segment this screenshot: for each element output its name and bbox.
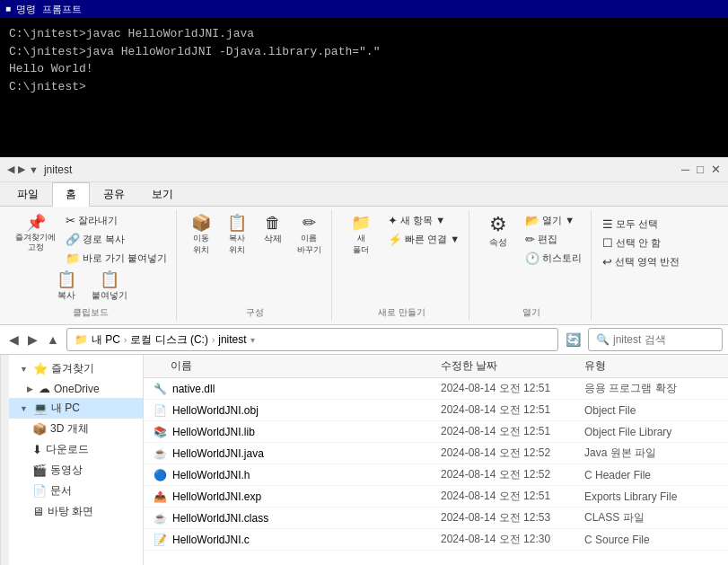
refresh-btn[interactable]: 🔄 <box>562 331 584 349</box>
breadcrumb-part1[interactable]: 내 PC <box>92 332 120 348</box>
file-date: 2024-08-14 오전 12:51 <box>441 489 584 504</box>
col-header-type[interactable]: 유형 <box>584 358 728 374</box>
new-item-btn[interactable]: ✦ 새 항목 ▼ <box>384 212 463 229</box>
paste-btn[interactable]: 📋 붙여넣기 <box>87 269 132 305</box>
close-btn[interactable]: ✕ <box>711 163 721 176</box>
file-date: 2024-08-14 오전 12:51 <box>441 402 584 418</box>
clipboard-buttons: 📌 즐겨찾기에고정 ✂ 잘라내기 🔗 경로 복사 📁 <box>11 212 171 267</box>
edit-btn[interactable]: ✏ 편집 <box>522 231 585 248</box>
breadcrumb-part3[interactable]: jnitest <box>218 333 246 346</box>
cut-btn[interactable]: ✂ 잘라내기 <box>62 212 171 229</box>
minimize-btn[interactable]: ─ <box>681 163 689 176</box>
tab-view[interactable]: 보기 <box>138 182 187 207</box>
sidebar-item-docs[interactable]: 📄 문서 <box>9 481 143 501</box>
file-name: 📄 HelloWorldJNI.obj <box>144 403 441 418</box>
search-icon: 🔍 <box>596 333 610 346</box>
table-row[interactable]: 📄 HelloWorldJNI.obj 2024-08-14 오전 12:51 … <box>144 400 728 421</box>
sidebar-item-videos[interactable]: 🎬 동영상 <box>9 460 143 481</box>
open-btn[interactable]: 📂 열기 ▼ <box>522 212 585 229</box>
properties-btn[interactable]: ⚙ 속성 <box>477 212 520 252</box>
new-item-icon: ✦ <box>388 214 398 227</box>
file-type-icon: 📝 <box>153 533 167 547</box>
favorites-expand-icon: ▼ <box>20 365 28 374</box>
file-date: 2024-08-14 오전 12:52 <box>441 446 584 461</box>
shortcut-icon: 📁 <box>66 252 80 265</box>
downloads-label: 다운로드 <box>46 442 89 457</box>
sidebar-item-onedrive[interactable]: ▶ ☁ OneDrive <box>9 379 143 398</box>
rename-btn[interactable]: ✏ 이름바꾸기 <box>292 212 326 259</box>
sidebar-item-mypc[interactable]: ▼ 💻 내 PC <box>9 398 143 419</box>
history-btn[interactable]: 🕐 히스토리 <box>522 250 585 267</box>
file-type-icon: 🔵 <box>153 468 167 482</box>
select-none-btn[interactable]: ☐ 선택 안 함 <box>599 234 683 252</box>
invert-icon: ↩ <box>602 255 612 269</box>
title-down-icon[interactable]: ▼ <box>29 164 39 175</box>
new-folder-icon: 📁 <box>351 215 371 231</box>
paste-icon: 📋 <box>100 271 119 287</box>
open-buttons: ⚙ 속성 📂 열기 ▼ ✏ 편집 🕐 <box>477 212 585 267</box>
cut-icon: ✂ <box>66 214 75 227</box>
col-header-name[interactable]: 이름 <box>144 358 441 374</box>
new-folder-btn[interactable]: 📁 새폴더 <box>339 212 382 259</box>
file-name: 📚 HelloWorldJNI.lib <box>144 425 441 439</box>
forward-btn[interactable]: ▶ <box>24 331 41 349</box>
file-date: 2024-08-14 오전 12:51 <box>441 424 584 439</box>
table-row[interactable]: ☕ HelloWorldJNI.java 2024-08-14 오전 12:52… <box>144 443 728 464</box>
quick-access-btn[interactable]: ⚡ 빠른 연결 ▼ <box>384 231 463 248</box>
ribbon-group-organize: 📦 이동위치 📋 복사위치 🗑 삭제 ✏ 이름바꾸기 <box>179 210 332 321</box>
file-type: Object File Library <box>584 426 728 438</box>
explorer-title: jnitest <box>44 163 72 176</box>
address-bar: ◀ ▶ ▲ 📁 내 PC › 로컬 디스크 (C:) › jnitest ▾ 🔄… <box>0 325 728 355</box>
table-row[interactable]: 📚 HelloWorldJNI.lib 2024-08-14 오전 12:51 … <box>144 421 728 443</box>
move-to-btn[interactable]: 📦 이동위치 <box>184 212 218 259</box>
file-date: 2024-08-14 오전 12:52 <box>441 467 584 482</box>
table-row[interactable]: 🔵 HelloWorldJNI.h 2024-08-14 오전 12:52 C … <box>144 464 728 486</box>
organize-buttons: 📦 이동위치 📋 복사위치 🗑 삭제 ✏ 이름바꾸기 <box>184 212 326 259</box>
shortcut-paste-btn[interactable]: 📁 바로 가기 붙여넣기 <box>62 250 171 267</box>
file-type: C Header File <box>584 469 728 481</box>
sidebar-item-favorites[interactable]: ▼ ⭐ 즐겨찾기 <box>9 358 143 379</box>
file-type: Object File <box>584 404 728 417</box>
pin-btn[interactable]: 📌 즐겨찾기에고정 <box>11 212 60 255</box>
sidebar-item-3d[interactable]: 📦 3D 개체 <box>9 419 143 439</box>
file-name: 🔧 native.dll <box>144 382 441 396</box>
table-row[interactable]: 📝 HelloWorldJNI.c 2024-08-14 오전 12:30 C … <box>144 529 728 551</box>
open-label: 열기 <box>522 305 540 319</box>
move-icon: 📦 <box>191 215 211 231</box>
copy-to-btn[interactable]: 📋 복사위치 <box>220 212 254 259</box>
tab-home[interactable]: 홈 <box>52 182 90 207</box>
select-all-icon: ☰ <box>602 217 613 231</box>
table-row[interactable]: 🔧 native.dll 2024-08-14 오전 12:51 응용 프로그램… <box>144 378 728 400</box>
maximize-btn[interactable]: □ <box>697 163 704 176</box>
new-label: 새로 만들기 <box>378 305 425 319</box>
title-back-icon[interactable]: ◀ <box>7 163 14 175</box>
cmd-icon: ■ <box>5 4 11 14</box>
col-header-date[interactable]: 수정한 날짜 <box>441 358 584 374</box>
breadcrumb-part2[interactable]: 로컬 디스크 (C:) <box>130 332 208 348</box>
breadcrumb-icon: 📁 <box>75 333 88 346</box>
cmd-body: C:\jnitest>javac HelloWorldJNI.java C:\j… <box>5 22 723 99</box>
back-btn[interactable]: ◀ <box>5 331 22 349</box>
search-box[interactable]: 🔍 <box>588 328 723 351</box>
file-name: ☕ HelloWorldJNI.java <box>144 446 441 461</box>
file-type-icon: 📚 <box>153 425 167 439</box>
up-btn[interactable]: ▲ <box>43 331 63 349</box>
breadcrumb-bar[interactable]: 📁 내 PC › 로컬 디스크 (C:) › jnitest ▾ <box>66 328 558 351</box>
sidebar-item-desktop[interactable]: 🖥 바탕 화면 <box>9 501 143 522</box>
search-input[interactable] <box>613 333 715 346</box>
table-row[interactable]: 📤 HelloWorldJNI.exp 2024-08-14 오전 12:51 … <box>144 486 728 508</box>
mypc-label: 내 PC <box>51 401 80 416</box>
table-row[interactable]: ☕ HelloWorldJNI.class 2024-08-14 오전 12:5… <box>144 508 728 529</box>
select-all-btn[interactable]: ☰ 모두 선택 <box>599 216 683 233</box>
tab-file[interactable]: 파일 <box>4 182 52 207</box>
copy-btn[interactable]: 📋 복사 <box>49 269 83 305</box>
delete-btn[interactable]: 🗑 삭제 <box>256 212 290 248</box>
invert-select-btn[interactable]: ↩ 선택 영역 반전 <box>599 253 683 270</box>
tab-share[interactable]: 공유 <box>90 182 138 207</box>
sidebar-item-downloads[interactable]: ⬇ 다운로드 <box>9 439 143 460</box>
properties-icon: ⚙ <box>489 215 507 234</box>
title-forward-icon[interactable]: ▶ <box>18 163 25 175</box>
cmd-line-4: Hello World! <box>9 60 719 78</box>
file-type-icon: ☕ <box>153 511 167 525</box>
copy-path-btn[interactable]: 🔗 경로 복사 <box>62 231 171 248</box>
